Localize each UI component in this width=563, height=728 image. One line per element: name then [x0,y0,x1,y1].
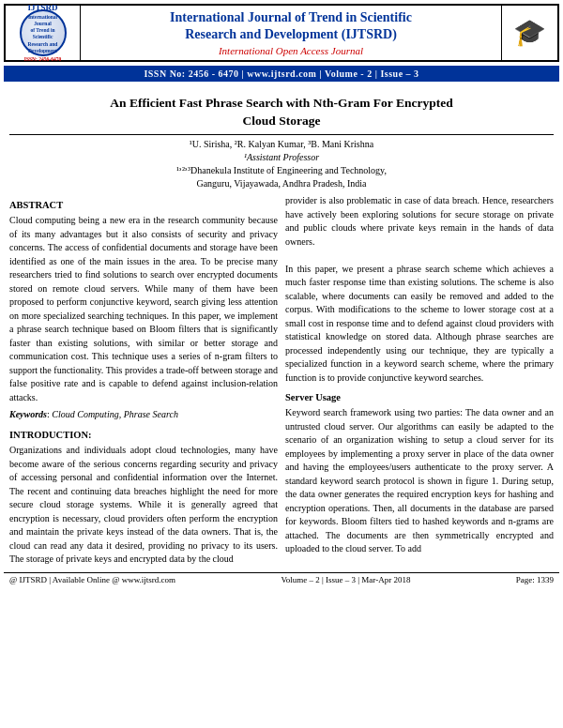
keywords-label: Keywords [9,409,47,419]
authors: ¹U. Sirisha, ²R. Kalyan Kumar, ³B. Mani … [9,139,554,149]
affiliation-dept: ¹˒²˒³Dhanekula Institute of Engineering … [9,164,554,177]
affiliation-role: ¹Assistant Professor [9,151,554,164]
keywords: Keywords: Cloud Computing, Phrase Search [9,408,278,422]
intro-label: INTRODUCTION: [9,428,278,442]
journal-header: IJTSRD International Journal of Trend in… [4,4,559,62]
server-label: Server Usage [285,390,554,404]
keywords-text: Cloud Computing, Phrase Search [52,409,178,419]
journal-logo: IJTSRD International Journal of Trend in… [20,9,67,56]
abstract-text: Cloud computing being a new era in the r… [9,214,278,404]
left-column: ABSTRACT Cloud computing being a new era… [9,194,278,566]
journal-title-area: International Journal of Trend in Scient… [81,6,501,60]
affiliation: ¹Assistant Professor ¹˒²˒³Dhanekula Inst… [9,151,554,190]
issn-bar: ISSN No: 2456 - 6470 | www.ijtsrd.com | … [4,66,559,82]
cap-icon-area: 🎓 [501,6,557,60]
two-column-layout: ABSTRACT Cloud computing being a new era… [9,194,554,566]
journal-subtitle: International Open Access Journal [219,45,363,56]
right-column: provider is also problematic in case of … [285,194,554,566]
footer-left: @ IJTSRD | Available Online @ www.ijtsrd… [9,575,175,584]
mortarboard-icon: 🎓 [513,20,546,46]
intro-text: Organizations and individuals adopt clou… [9,444,278,567]
paper-title: An Efficient Fast Phrase Search with Nth… [9,95,554,135]
main-content: An Efficient Fast Phrase Search with Nth… [6,85,557,568]
footer-right: Page: 1339 [516,575,554,584]
footer-middle: Volume – 2 | Issue – 3 | Mar-Apr 2018 [281,575,410,584]
paper-title-line2: Cloud Storage [243,114,321,128]
abstract-label: ABSTRACT [9,198,278,212]
page-footer: @ IJTSRD | Available Online @ www.ijtsrd… [4,572,559,586]
logo-area: IJTSRD International Journal of Trend in… [6,6,81,60]
server-text: Keyword search framework using two parti… [285,406,554,556]
right-para2: In this paper, we present a phrase searc… [285,263,554,386]
journal-title-line1: International Journal of Trend in Scient… [170,9,412,26]
paper-title-line1: An Efficient Fast Phrase Search with Nth… [110,96,452,110]
journal-title-line2: Research and Development (IJTSRD) [185,26,397,43]
affiliation-addr: Ganguru, Vijayawada, Andhra Pradesh, Ind… [9,177,554,190]
right-para1: provider is also problematic in case of … [285,194,554,249]
